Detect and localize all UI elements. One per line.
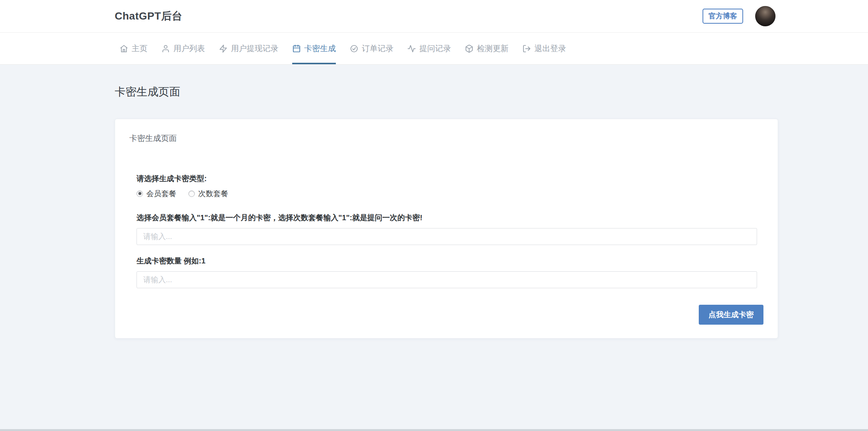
check-circle-icon [350,44,358,53]
user-icon [161,44,170,53]
count-label: 生成卡密数量 例如:1 [137,256,756,266]
nav-item-label: 订单记录 [362,43,393,54]
nav-item-label: 提问记录 [419,43,451,54]
activity-icon [407,44,416,53]
radio-count-package[interactable]: 次数套餐 [188,189,228,199]
nav-item-check-update[interactable]: 检测更新 [465,33,508,64]
card-title: 卡密生成页面 [129,133,763,144]
main-nav: 主页 用户列表 用户提现记录 卡密生成 订单记录 提问记录 检测 [0,33,868,65]
nav-item-label: 主页 [132,43,147,54]
nav-item-order-records[interactable]: 订单记录 [350,33,393,64]
card-count-input[interactable] [137,271,757,288]
nav-item-label: 用户提现记录 [231,43,278,54]
nav-item-question-records[interactable]: 提问记录 [407,33,451,64]
generate-card-key-button[interactable]: 点我生成卡密 [699,305,763,325]
page-title: 卡密生成页面 [115,85,778,100]
radio-label: 次数套餐 [198,189,228,199]
app-header: ChatGPT后台 官方博客 [0,0,868,33]
page-content: 卡密生成页面 卡密生成页面 请选择生成卡密类型: 会员套餐 次数套餐 选择会员套… [0,65,868,339]
nav-item-card-key-generate[interactable]: 卡密生成 [292,33,336,64]
radio-member-package[interactable]: 会员套餐 [137,189,176,199]
value-hint-label: 选择会员套餐输入"1":就是一个月的卡密，选择次数套餐输入"1":就是提问一次的… [137,212,756,223]
nav-item-user-list[interactable]: 用户列表 [161,33,205,64]
nav-item-label: 卡密生成 [304,43,336,54]
nav-item-label: 检测更新 [477,43,508,54]
card-value-input[interactable] [137,228,757,245]
nav-item-withdraw-records[interactable]: 用户提现记录 [219,33,278,64]
member-package-radio[interactable] [137,191,143,197]
card-key-form: 请选择生成卡密类型: 会员套餐 次数套餐 选择会员套餐输入"1":就是一个月的卡… [137,173,756,325]
app-title: ChatGPT后台 [115,9,182,23]
nav-item-label: 退出登录 [534,43,566,54]
calendar-icon [292,44,301,53]
nav-item-logout[interactable]: 退出登录 [522,33,566,64]
type-select-label: 请选择生成卡密类型: [137,173,756,184]
package-icon [465,44,473,53]
logout-icon [522,44,531,53]
official-blog-button[interactable]: 官方博客 [703,9,743,24]
submit-row: 点我生成卡密 [137,305,763,325]
bottom-scrollbar-strip [0,429,868,431]
nav-item-label: 用户列表 [173,43,205,54]
home-icon [120,44,128,53]
card-key-generate-card: 卡密生成页面 请选择生成卡密类型: 会员套餐 次数套餐 选择会员套餐输入"1":… [115,119,778,339]
nav-item-home[interactable]: 主页 [120,33,147,64]
count-package-radio[interactable] [188,191,195,197]
header-right: 官方博客 [703,6,775,26]
zap-icon [219,44,228,53]
card-type-radio-row: 会员套餐 次数套餐 [137,188,756,199]
user-avatar[interactable] [755,6,775,26]
radio-label: 会员套餐 [146,189,176,199]
